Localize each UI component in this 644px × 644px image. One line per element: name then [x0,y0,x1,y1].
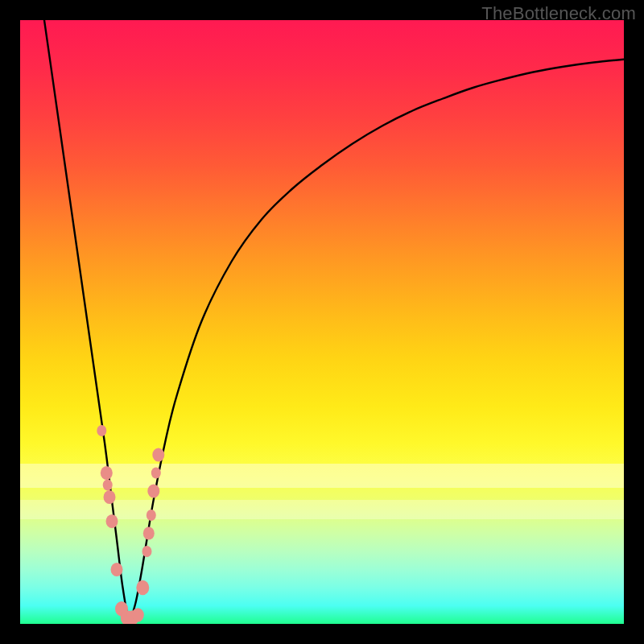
data-marker [142,546,152,557]
data-marker [103,480,113,491]
data-marker [152,448,164,461]
plot-area [20,20,624,624]
data-marker [147,510,156,521]
chart-frame: TheBottleneck.com [0,0,644,644]
data-marker [147,484,159,497]
data-marker [136,580,149,595]
data-marker [143,527,155,540]
curve-layer [20,20,624,624]
data-marker [101,466,113,480]
bottleneck-curve [44,20,624,618]
watermark-text: TheBottleneck.com [481,3,636,24]
data-marker [106,514,118,528]
data-marker [111,563,123,576]
data-marker [151,468,161,479]
data-marker [97,425,106,436]
data-marker [132,608,144,621]
data-marker [104,490,116,504]
